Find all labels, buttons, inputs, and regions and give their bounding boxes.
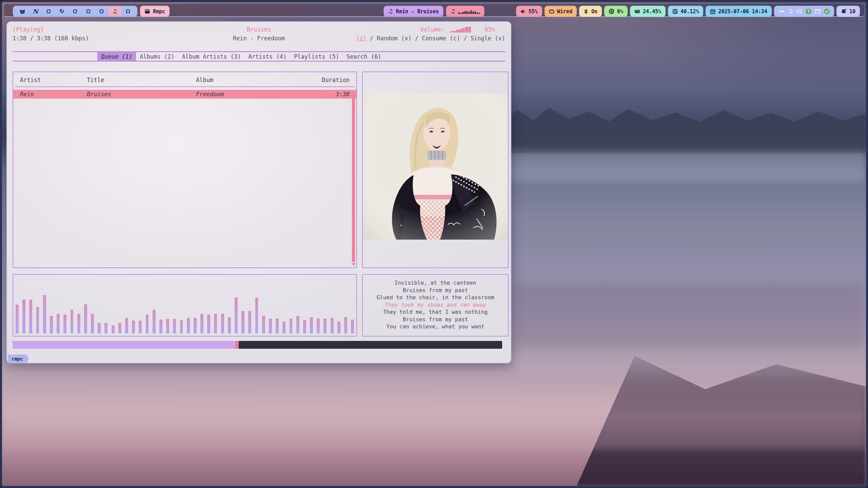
- progress-bar[interactable]: [13, 341, 502, 349]
- key-icon[interactable]: [806, 8, 811, 14]
- cell-artist: Rein: [20, 91, 87, 98]
- workspace-switcher: N ↻ ♫: [13, 6, 137, 17]
- tab-bar: Queue (1) Albums (2) Album Artists (3) A…: [13, 51, 505, 62]
- mini-visualizer-bar: [472, 12, 474, 14]
- tab-playlists[interactable]: Playlists (5): [290, 52, 343, 61]
- visualizer-bar: [248, 311, 251, 333]
- workspace-7[interactable]: [95, 7, 108, 16]
- wallpaper-fog: [2, 382, 866, 449]
- visualizer-bar: [22, 300, 25, 333]
- system-tray: [774, 6, 834, 17]
- toggle-others[interactable]: / Random (x) / Consume (c) / Single (v): [370, 35, 505, 42]
- refresh-icon: ↻: [59, 8, 64, 14]
- neovim-icon: N: [33, 8, 38, 15]
- disk-indicator[interactable]: 40.12%: [668, 6, 703, 17]
- clock-indicator[interactable]: 2025-07-06 14:34: [706, 6, 772, 17]
- cell-album: Freedoom: [196, 91, 309, 98]
- window-icon[interactable]: [815, 9, 821, 14]
- app-badge-rmpc[interactable]: Rmpc: [140, 6, 170, 17]
- calendar-icon: [710, 9, 715, 14]
- workspace-9[interactable]: [121, 7, 135, 16]
- column-album: Album: [196, 77, 309, 83]
- queue-row-selected[interactable]: Rein Bruises Freedoom 3:38: [13, 90, 356, 99]
- square-icon: [73, 9, 77, 13]
- visualizer-bar: [63, 314, 66, 333]
- keyboard-icon[interactable]: [796, 9, 802, 14]
- notifications-indicator[interactable]: 10: [836, 6, 860, 17]
- visualizer-bar: [57, 314, 60, 333]
- mini-visualizer-bar: [466, 11, 468, 14]
- disk-icon: [672, 9, 678, 14]
- lyric-line: Bruises from my past: [363, 316, 508, 323]
- workspace-8-active[interactable]: ♫: [108, 7, 121, 16]
- visualizer-bar: [207, 314, 210, 333]
- visualizer-bar: [50, 316, 53, 333]
- tab-albums[interactable]: Albums (2): [136, 52, 178, 61]
- window-badge: rmpc: [8, 354, 28, 363]
- now-playing-label: Rein - Bruises: [396, 8, 439, 15]
- square-icon: [86, 9, 90, 13]
- workspace-2[interactable]: N: [29, 7, 42, 16]
- clock-label: 2025-07-06 14:34: [718, 8, 767, 15]
- toggle-repeat[interactable]: (z): [356, 35, 367, 42]
- visualizer-bar: [337, 322, 340, 333]
- visualizer-bar: [323, 319, 327, 333]
- speaker-icon: [520, 9, 526, 14]
- bluetooth-indicator[interactable]: On: [579, 6, 602, 17]
- progress-elapsed: [13, 341, 235, 349]
- memory-indicator[interactable]: 24.45%: [630, 6, 666, 17]
- check-icon[interactable]: [824, 8, 830, 14]
- visualizer-bars: [16, 277, 354, 333]
- visualizer-badge[interactable]: ♫: [446, 6, 484, 17]
- tab-artists[interactable]: Artists (4): [244, 52, 290, 61]
- tab-album-artists[interactable]: Album Artists (3): [178, 52, 244, 61]
- scrollbar-thumb[interactable]: [352, 97, 355, 262]
- column-artist: Artist: [20, 77, 87, 83]
- lyric-line: They told me, that I was nothing: [363, 308, 508, 316]
- mini-visualizer-bar: [468, 12, 470, 14]
- progress-cursor[interactable]: [235, 341, 239, 349]
- queue-scrollbar[interactable]: [351, 93, 356, 266]
- phone-icon[interactable]: [789, 8, 793, 14]
- visualizer-bar: [331, 318, 334, 333]
- visualizer-bar: [351, 320, 354, 333]
- tab-search[interactable]: Search (6): [343, 52, 385, 61]
- tab-queue[interactable]: Queue (1): [97, 52, 136, 61]
- lyric-line: Glued to the chair, in the classroom: [363, 294, 508, 301]
- volume-indicator[interactable]: 55%: [516, 6, 542, 17]
- visualizer-bar: [166, 319, 169, 333]
- visualizer-bar: [153, 310, 156, 333]
- album-art-image: [363, 94, 508, 240]
- mustache-icon[interactable]: [778, 9, 785, 14]
- visualizer-bar: [36, 307, 39, 333]
- top-bar: N ↻ ♫ Rmpc ♫ Rein - Bruises ♫: [4, 4, 864, 17]
- player-header-row1: [Playing] Bruises Volume: 85%: [13, 26, 505, 34]
- queue-header-divider: [15, 86, 355, 87]
- scroll-down-icon[interactable]: [352, 263, 356, 266]
- ram-icon: [634, 8, 640, 14]
- visualizer-bar: [112, 325, 115, 333]
- network-indicator[interactable]: Wired: [545, 6, 577, 17]
- bluetooth-label: On: [591, 8, 597, 15]
- scroll-up-icon[interactable]: [352, 93, 356, 96]
- queue-panel: Artist Title Album Duration Rein Bruises…: [13, 72, 357, 268]
- workspace-1[interactable]: [16, 7, 29, 16]
- mini-visualizer-bar: [460, 13, 461, 14]
- now-playing-badge[interactable]: ♫ Rein - Bruises: [384, 6, 443, 17]
- lyric-line: Bruises from my past: [363, 287, 508, 294]
- visualizer-panel: [13, 274, 357, 337]
- music-note-icon: ♫: [388, 8, 393, 14]
- workspace-6[interactable]: [82, 7, 95, 16]
- wallpaper-lake: [470, 151, 866, 182]
- cpu-indicator[interactable]: 6%: [604, 6, 628, 17]
- workspace-4[interactable]: ↻: [55, 7, 68, 16]
- cpu-icon: [609, 8, 614, 14]
- topbar-center-group: ♫ Rein - Bruises ♫: [384, 6, 485, 17]
- lyric-line: You can achieve, what you want: [363, 323, 508, 330]
- terminal-icon: [144, 8, 150, 14]
- visualizer-bar: [16, 305, 19, 333]
- visualizer-bar: [282, 322, 285, 333]
- workspace-5[interactable]: [68, 7, 82, 16]
- lyrics-panel: Invisible, at the canteen Bruises from m…: [362, 274, 509, 337]
- workspace-3[interactable]: [42, 7, 55, 16]
